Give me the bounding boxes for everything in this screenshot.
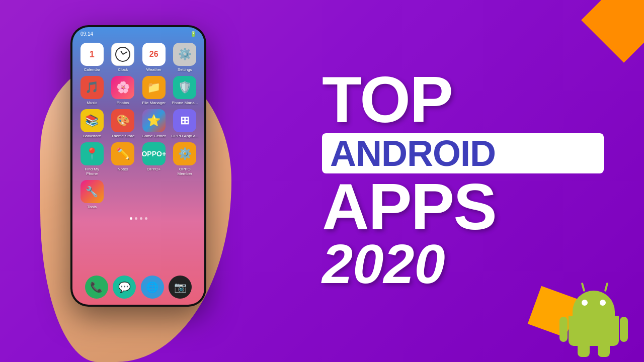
themestore-label: Theme Store (111, 134, 134, 138)
dot-2 (135, 217, 137, 220)
title-apps: APPS (322, 177, 604, 236)
app-oppoplus[interactable]: OPPO+ OPPO+ (140, 142, 168, 176)
app-oppomember[interactable]: ⚙️ OPPO Member (172, 142, 199, 176)
status-icons: 🔋 (190, 31, 196, 37)
bookstore-label: Bookstore (83, 134, 101, 138)
filemanager-label: File Manager (142, 101, 166, 105)
clock-face (115, 47, 130, 62)
app-findmyphone[interactable]: 📍 Find My Phone (78, 142, 106, 176)
dock-browser[interactable]: 🌐 (141, 276, 164, 299)
robot-eye-right (600, 300, 606, 306)
android-robot (558, 282, 629, 357)
weather-icon: 26 (142, 43, 166, 66)
phone-screen: 09:14 🔋 1 Calendar (72, 27, 204, 305)
oppomember-label: OPPO Member (172, 167, 199, 176)
dock-messages[interactable]: 💬 (113, 276, 136, 299)
clock-label: Clock (118, 67, 128, 72)
robot-body (569, 316, 619, 346)
phonemanager-label: Phone Mana... (172, 101, 198, 105)
robot-arm-left (559, 317, 568, 342)
music-icon: 🎵 (80, 76, 104, 99)
app-gamecenter[interactable]: ⭐ Game Center (140, 109, 168, 138)
phonemanager-icon: 🛡️ (173, 76, 196, 99)
bookstore-icon: 📚 (80, 109, 104, 132)
filemanager-icon: 📁 (142, 76, 166, 99)
status-time: 09:14 (80, 31, 93, 37)
findmyphone-label: Find My Phone (78, 167, 106, 176)
notes-label: Notes (118, 167, 128, 171)
themestore-icon: 🎨 (111, 109, 134, 132)
title-top: TOP (322, 70, 604, 129)
settings-label: Settings (178, 67, 192, 72)
calendar-icon: 1 (80, 43, 104, 66)
app-notes[interactable]: ✏️ Notes (110, 142, 137, 176)
status-bar: 09:14 🔋 (72, 27, 204, 39)
tools-icon: 🔧 (80, 180, 104, 203)
app-music[interactable]: 🎵 Music (78, 76, 106, 105)
settings-icon: ⚙️ (173, 43, 196, 66)
calendar-label: Calendar (84, 67, 100, 72)
robot-head (573, 291, 615, 317)
robot-leg-right (598, 345, 610, 357)
weather-label: Weather (146, 67, 162, 72)
app-themestore[interactable]: 🎨 Theme Store (110, 109, 137, 138)
tools-label: Tools (87, 205, 97, 209)
android-badge: ANDROID (322, 133, 604, 173)
dot-3 (140, 217, 142, 220)
app-oppoappstore[interactable]: ⊞ OPPO AppSt... (172, 109, 199, 138)
photos-label: Photos (117, 101, 129, 105)
notes-icon: ✏️ (111, 142, 134, 165)
gamecenter-icon: ⭐ (142, 109, 166, 132)
oppoplus-icon: OPPO+ (142, 142, 166, 165)
app-phonemanager[interactable]: 🛡️ Phone Mana... (172, 76, 199, 105)
page-dots (72, 213, 204, 224)
app-weather[interactable]: 26 Weather (140, 43, 168, 72)
app-photos[interactable]: 🌸 Photos (110, 76, 137, 105)
antenna-right (604, 283, 609, 292)
findmyphone-icon: 📍 (80, 142, 104, 165)
app-tools[interactable]: 🔧 Tools (78, 180, 106, 209)
gamecenter-label: Game Center (142, 134, 166, 138)
dot-1 (130, 217, 132, 220)
oppoplus-label: OPPO+ (147, 167, 161, 171)
clock-icon (111, 43, 134, 66)
dock-camera[interactable]: 📷 (169, 276, 192, 299)
dock: 📞 💬 🌐 📷 (72, 276, 204, 299)
dock-phone[interactable]: 📞 (85, 276, 108, 299)
robot-arm-right (620, 317, 628, 342)
app-grid: 1 Calendar Clock 26 (72, 39, 204, 213)
app-clock[interactable]: Clock (110, 43, 137, 72)
photos-icon: 🌸 (111, 76, 134, 99)
music-label: Music (87, 101, 97, 105)
phone-frame: 09:14 🔋 1 Calendar (70, 25, 206, 307)
app-settings[interactable]: ⚙️ Settings (172, 43, 199, 72)
robot-leg-left (578, 345, 590, 357)
app-bookstore[interactable]: 📚 Bookstore (78, 109, 106, 138)
dot-4 (145, 217, 147, 220)
oppoappstore-label: OPPO AppSt... (172, 134, 198, 138)
phone-container: 09:14 🔋 1 Calendar (40, 10, 252, 362)
app-filemanager[interactable]: 📁 File Manager (140, 76, 168, 105)
antenna-left (581, 283, 586, 292)
oppoappstore-icon: ⊞ (173, 109, 196, 132)
oppomember-icon: ⚙️ (173, 142, 196, 165)
app-calendar[interactable]: 1 Calendar (78, 43, 106, 72)
robot-eye-left (582, 300, 588, 306)
title-android: ANDROID (330, 133, 496, 173)
